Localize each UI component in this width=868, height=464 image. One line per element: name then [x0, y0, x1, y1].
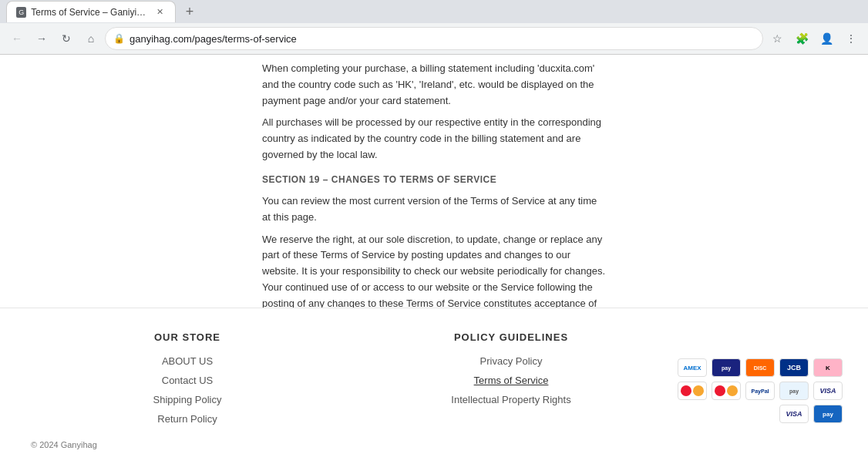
- payment-jcb: JCB: [779, 358, 809, 377]
- billing-p2: All purchases will be processed by our r…: [262, 115, 606, 163]
- section19-p1: You can review the most current version …: [262, 193, 606, 226]
- browser-chrome: G Terms of Service – Ganiyihag ✕ + ← → ↻…: [0, 0, 868, 55]
- footer-store-heading: OUR STORE: [25, 331, 349, 343]
- footer-policy-col: POLICY GUIDELINES Privacy Policy Terms o…: [349, 331, 673, 432]
- active-tab[interactable]: G Terms of Service – Ganiyihag ✕: [6, 1, 176, 22]
- footer-payments: AMEX pay DISC JCB K PayPal pay VIS: [673, 358, 843, 423]
- payment-maestro: [678, 382, 707, 400]
- billing-p1: When completing your purchase, a billing…: [262, 61, 606, 109]
- footer-link-tos[interactable]: Terms of Service: [349, 375, 673, 386]
- reload-button[interactable]: ↻: [56, 28, 77, 49]
- page-content: When completing your purchase, a billing…: [0, 55, 868, 464]
- footer-link-about[interactable]: ABOUT US: [25, 355, 349, 367]
- footer-store-col: OUR STORE ABOUT US Contact US Shipping P…: [25, 331, 349, 432]
- payment-discover: DISC: [745, 358, 775, 377]
- menu-button[interactable]: ⋮: [840, 28, 862, 49]
- tab-close-button[interactable]: ✕: [154, 6, 166, 18]
- payment-visa2: VISA: [779, 405, 809, 423]
- copyright-text: © 2024 Ganyihag: [31, 440, 97, 449]
- address-bar[interactable]: 🔒 ganyihag.com/pages/terms-of-service: [105, 27, 763, 50]
- footer: OUR STORE ABOUT US Contact US Shipping P…: [0, 308, 868, 464]
- footer-link-privacy[interactable]: Privacy Policy: [349, 355, 673, 367]
- payment-generic2: pay: [813, 405, 843, 423]
- footer-inner: OUR STORE ABOUT US Contact US Shipping P…: [10, 331, 858, 432]
- lock-icon: 🔒: [113, 33, 125, 44]
- tab-favicon: G: [16, 7, 26, 18]
- footer-link-return[interactable]: Return Policy: [25, 413, 349, 425]
- back-button[interactable]: ←: [6, 28, 28, 49]
- footer-link-shipping[interactable]: Shipping Policy: [25, 394, 349, 405]
- extensions-button[interactable]: 🧩: [791, 28, 812, 49]
- footer-link-contact[interactable]: Contact US: [25, 375, 349, 386]
- payment-applepay: pay: [779, 382, 809, 400]
- payment-mastercard: [712, 382, 741, 400]
- payment-generic1: pay: [712, 358, 741, 377]
- bookmark-button[interactable]: ☆: [766, 28, 788, 49]
- payment-klarna: K: [813, 358, 843, 377]
- forward-button[interactable]: →: [31, 28, 52, 49]
- payment-visa1: VISA: [813, 382, 843, 400]
- main-area: When completing your purchase, a billing…: [0, 55, 868, 308]
- home-button[interactable]: ⌂: [80, 28, 102, 49]
- payment-paypal: PayPal: [745, 382, 775, 400]
- tab-title: Terms of Service – Ganiyihag: [31, 7, 146, 18]
- footer-link-ipr[interactable]: Intellectual Property Rights: [349, 394, 673, 405]
- profile-button[interactable]: 👤: [816, 28, 837, 49]
- address-bar-row: ← → ↻ ⌂ 🔒 ganyihag.com/pages/terms-of-se…: [0, 23, 868, 54]
- tab-bar: G Terms of Service – Ganiyihag ✕ +: [0, 0, 868, 23]
- section19-p2: We reserve the right, at our sole discre…: [262, 232, 606, 308]
- section19-heading: SECTION 19 – CHANGES TO TERMS OF SERVICE: [262, 173, 606, 187]
- footer-payments-col: AMEX pay DISC JCB K PayPal pay VIS: [673, 331, 843, 432]
- new-tab-button[interactable]: +: [179, 1, 200, 22]
- footer-policy-heading: POLICY GUIDELINES: [349, 331, 673, 343]
- url-text: ganyihag.com/pages/terms-of-service: [130, 33, 297, 45]
- footer-bottom: © 2024 Ganyihag: [0, 432, 868, 449]
- payment-amex: AMEX: [678, 358, 707, 377]
- content-section: When completing your purchase, a billing…: [0, 55, 868, 308]
